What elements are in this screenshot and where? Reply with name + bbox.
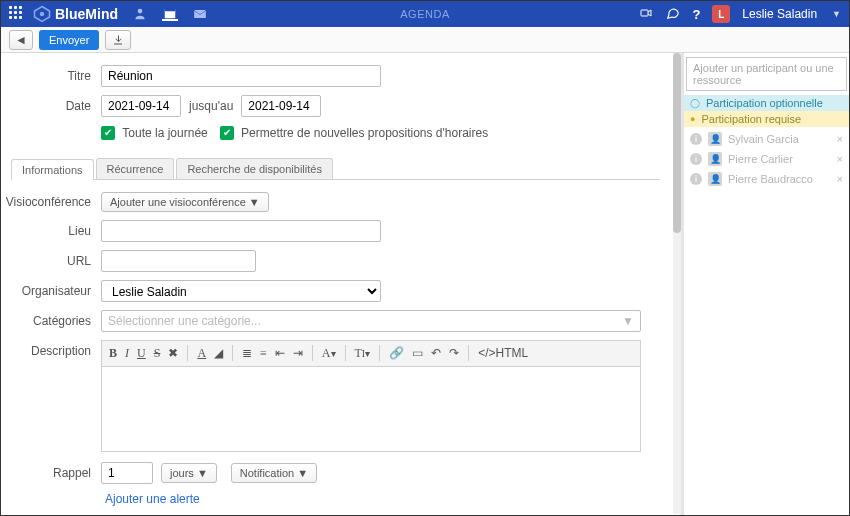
indent-button[interactable]: ⇥ [290,344,306,363]
image-button[interactable]: ▭ [409,344,426,363]
participant-row[interactable]: i 👤 Sylvain Garcia × [684,129,849,149]
bold-button[interactable]: B [106,344,120,363]
ol-button[interactable]: ≡ [257,344,270,363]
bullet-icon: ● [690,114,695,124]
categories-label: Catégories [1,314,101,328]
undo-button[interactable]: ↶ [428,344,444,363]
add-visioconference-button[interactable]: Ajouter une visioconférence ▼ [101,192,269,212]
allday-checkbox[interactable]: ✔ Toute la journée [101,125,208,140]
bullet-icon: ◯ [690,98,700,108]
categories-select[interactable]: Sélectionner une catégorie... ▼ [101,310,641,332]
brand-name: BlueMind [55,6,118,22]
back-button[interactable]: ◄ [9,30,33,50]
svg-point-2 [138,9,143,14]
description-textarea[interactable] [101,366,641,452]
redo-button[interactable]: ↷ [446,344,462,363]
chevron-down-icon[interactable]: ▼ [832,9,841,19]
underline-button[interactable]: U [134,344,149,363]
avatar-icon: 👤 [708,152,722,166]
remove-participant-icon[interactable]: × [837,153,843,165]
send-button[interactable]: Envoyer [39,30,99,50]
mail-icon[interactable] [192,7,208,21]
add-alert-link[interactable]: Ajouter une alerte [105,492,660,506]
svg-rect-5 [194,10,206,18]
tab-recurrence[interactable]: Récurrence [96,158,175,179]
reminder-type-select[interactable]: Notification ▼ [231,463,317,483]
participant-name: Pierre Baudracco [728,173,813,185]
lieu-label: Lieu [1,224,101,238]
contacts-icon[interactable] [132,7,148,21]
title-input[interactable] [101,65,381,87]
visio-label: Visioconférence [1,195,101,209]
paragraph-button[interactable]: TI▾ [352,344,374,363]
html-source-button[interactable]: </>HTML [475,344,531,362]
organizer-select[interactable]: Leslie Saladin [101,280,381,302]
font-size-button[interactable]: A▾ [319,344,339,363]
link-button[interactable]: 🔗 [386,344,407,363]
date-to-label: jusqu'au [189,99,233,113]
clear-format-button[interactable]: ✖ [165,344,181,363]
brand-logo-icon [33,5,51,23]
strike-button[interactable]: S [151,344,164,363]
page-section-title: AGENDA [400,8,449,20]
reminder-unit-select[interactable]: jours ▼ [161,463,217,483]
participation-required-row[interactable]: ● Participation requise [684,111,849,127]
ul-button[interactable]: ≣ [239,344,255,363]
calendar-icon[interactable] [162,7,178,21]
participant-row[interactable]: i 👤 Pierre Carlier × [684,149,849,169]
check-icon: ✔ [220,126,234,140]
participant-row[interactable]: i 👤 Pierre Baudracco × [684,169,849,189]
avatar-icon: 👤 [708,172,722,186]
help-icon[interactable]: ? [692,7,700,22]
apps-grid-icon[interactable] [9,6,25,22]
participant-search-input[interactable]: Ajouter un participant ou une ressource [686,57,847,91]
tab-information[interactable]: Informations [11,159,94,180]
title-label: Titre [1,69,101,83]
remove-participant-icon[interactable]: × [837,173,843,185]
rappel-label: Rappel [1,466,101,480]
fill-button[interactable]: ◢ [211,344,226,363]
description-label: Description [1,340,101,358]
user-avatar[interactable]: L [712,5,730,23]
user-name[interactable]: Leslie Saladin [742,7,817,21]
participant-name: Sylvain Garcia [728,133,799,145]
svg-rect-4 [165,8,176,10]
organizer-label: Organisateur [1,284,101,298]
url-input[interactable] [101,250,256,272]
reminder-amount-input[interactable] [101,462,153,484]
lieu-input[interactable] [101,220,381,242]
svg-point-1 [40,12,45,17]
svg-rect-6 [641,10,648,16]
rte-toolbar: B I U S ✖ A ◢ ≣ ≡ ⇤ ⇥ A▾ TI▾ [101,340,641,366]
propose-checkbox[interactable]: ✔ Permettre de nouvelles propositions d'… [220,125,488,140]
url-label: URL [1,254,101,268]
italic-button[interactable]: I [122,344,132,363]
check-icon: ✔ [101,126,115,140]
date-label: Date [1,99,101,113]
participation-optional-row[interactable]: ◯ Participation optionnelle [684,95,849,111]
download-button[interactable] [105,30,131,50]
video-icon[interactable] [638,7,654,22]
date-end-input[interactable] [241,95,321,117]
chat-icon[interactable] [666,6,680,23]
avatar-icon: 👤 [708,132,722,146]
info-icon: i [690,133,702,145]
info-icon: i [690,173,702,185]
font-button[interactable]: A [194,344,209,363]
participant-name: Pierre Carlier [728,153,793,165]
tab-availability[interactable]: Recherche de disponibilités [176,158,333,179]
remove-participant-icon[interactable]: × [837,133,843,145]
info-icon: i [690,153,702,165]
chevron-down-icon: ▼ [622,314,634,328]
date-start-input[interactable] [101,95,181,117]
outdent-button[interactable]: ⇤ [272,344,288,363]
scrollbar[interactable] [673,53,681,514]
